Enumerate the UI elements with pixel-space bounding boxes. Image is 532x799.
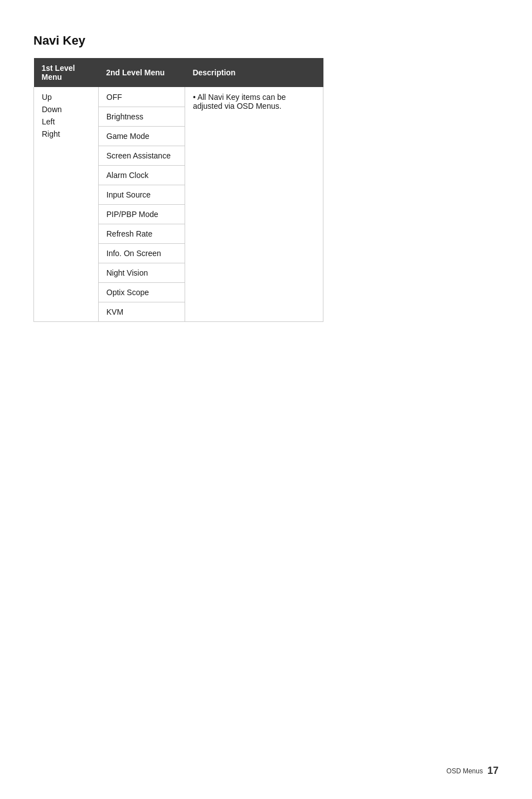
header-1st-level: 1st Level Menu bbox=[34, 58, 99, 87]
table-cell-2nd-level: Brightness bbox=[98, 107, 185, 127]
table-cell-2nd-level: Game Mode bbox=[98, 127, 185, 146]
footer-label: OSD Menus bbox=[447, 767, 483, 775]
table-cell-2nd-level: PIP/PBP Mode bbox=[98, 205, 185, 224]
table-cell-2nd-level: Info. On Screen bbox=[98, 244, 185, 263]
table-cell-description: • All Navi Key items can be adjusted via… bbox=[185, 87, 323, 322]
table-cell-2nd-level: Optix Scope bbox=[98, 283, 185, 302]
header-description: Description bbox=[185, 58, 323, 87]
table-cell-2nd-level: Screen Assistance bbox=[98, 146, 185, 166]
table-cell-2nd-level: Alarm Clock bbox=[98, 166, 185, 185]
table-cell-2nd-level: Night Vision bbox=[98, 263, 185, 283]
footer-page-number: 17 bbox=[487, 765, 499, 777]
table-cell-1st-level: UpDownLeftRight bbox=[34, 87, 99, 322]
first-level-item: Down bbox=[42, 105, 90, 114]
navi-key-table: 1st Level Menu 2nd Level Menu Descriptio… bbox=[33, 58, 323, 322]
description-bullet: • All Navi Key items can be adjusted via… bbox=[193, 93, 286, 110]
first-level-item: Right bbox=[42, 129, 90, 138]
header-2nd-level: 2nd Level Menu bbox=[98, 58, 185, 87]
page-footer: OSD Menus 17 bbox=[447, 765, 499, 777]
first-level-item: Up bbox=[42, 93, 90, 102]
table-cell-2nd-level: Input Source bbox=[98, 185, 185, 205]
table-cell-2nd-level: Refresh Rate bbox=[98, 224, 185, 244]
first-level-item: Left bbox=[42, 117, 90, 126]
page-title: Navi Key bbox=[33, 33, 499, 48]
table-cell-2nd-level: KVM bbox=[98, 302, 185, 322]
table-cell-2nd-level: OFF bbox=[98, 87, 185, 107]
